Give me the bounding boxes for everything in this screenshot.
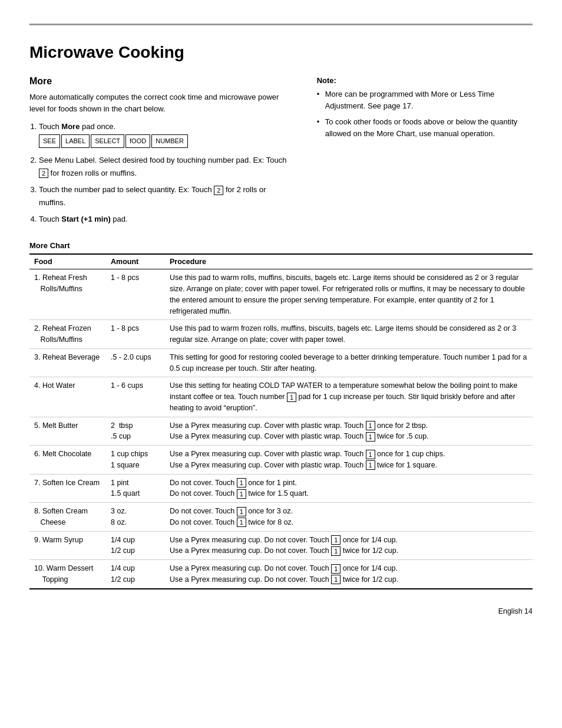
col-food: Food bbox=[29, 254, 106, 269]
note-heading: Note: bbox=[317, 76, 533, 85]
steps-list: Touch More pad once. SEE LABEL SELECT fO… bbox=[39, 120, 293, 226]
table-row: 6. Melt Chocolate 1 cup chips1 square Us… bbox=[29, 446, 533, 475]
badge-2b: 2 bbox=[214, 186, 223, 195]
pad-see: SEE bbox=[39, 134, 60, 148]
pad-food: fOOD bbox=[125, 134, 150, 148]
badge-9a: 1 bbox=[331, 535, 340, 545]
note-item-1: More can be programmed with More or Less… bbox=[317, 88, 533, 111]
procedure-6: Use a Pyrex measuring cup. Cover with pl… bbox=[165, 446, 533, 475]
table-row: 8. Soften Cream Cheese 3 oz.8 oz. Do not… bbox=[29, 503, 533, 532]
amount-3: .5 - 2.0 cups bbox=[106, 348, 165, 377]
badge-hw: 1 bbox=[287, 393, 296, 402]
badge-10b: 1 bbox=[331, 575, 340, 584]
pad-buttons: SEE LABEL SELECT fOOD NUMBER bbox=[39, 134, 188, 148]
pad-select: SELECT bbox=[91, 134, 124, 148]
amount-9: 1/4 cup1/2 cup bbox=[106, 531, 165, 560]
badge-9b: 1 bbox=[331, 546, 340, 556]
col-procedure: Procedure bbox=[165, 254, 533, 269]
procedure-5: Use a Pyrex measuring cup. Cover with pl… bbox=[165, 417, 533, 446]
step-2: See Menu Label. Select desired food by t… bbox=[39, 154, 293, 180]
amount-7: 1 pint1.5 quart bbox=[106, 474, 165, 503]
food-7: 7. Soften Ice Cream bbox=[29, 474, 106, 503]
food-4: 4. Hot Water bbox=[29, 377, 106, 417]
col-amount: Amount bbox=[106, 254, 165, 269]
left-column: More More automatically computes the cor… bbox=[29, 76, 293, 229]
procedure-1: Use this pad to warm rolls, muffins, bis… bbox=[165, 269, 533, 320]
procedure-10: Use a Pyrex measuring cup. Do not cover.… bbox=[165, 560, 533, 589]
table-row: 5. Melt Butter 2 tbsp.5 cup Use a Pyrex … bbox=[29, 417, 533, 446]
procedure-3: This setting for good for restoring cool… bbox=[165, 348, 533, 377]
food-9: 9. Warm Syrup bbox=[29, 531, 106, 560]
more-intro: More automatically computes the correct … bbox=[29, 91, 293, 114]
amount-2: 1 - 8 pcs bbox=[106, 320, 165, 349]
page-footer: English 14 bbox=[29, 607, 533, 615]
procedure-7: Do not cover. Touch 1 once for 1 pint. D… bbox=[165, 474, 533, 503]
step-4: Touch Start (+1 min) pad. bbox=[39, 213, 293, 226]
amount-6: 1 cup chips1 square bbox=[106, 446, 165, 475]
step4-bold: Start (+1 min) bbox=[61, 215, 110, 223]
step1-bold: More bbox=[61, 122, 80, 131]
amount-8: 3 oz.8 oz. bbox=[106, 503, 165, 532]
procedure-4: Use this setting for heating COLD TAP WA… bbox=[165, 377, 533, 417]
food-3: 3. Reheat Beverage bbox=[29, 348, 106, 377]
badge-8b: 1 bbox=[237, 518, 246, 527]
procedure-8: Do not cover. Touch 1 once for 3 oz. Do … bbox=[165, 503, 533, 532]
more-heading: More bbox=[29, 76, 293, 87]
table-header-row: Food Amount Procedure bbox=[29, 254, 533, 269]
pad-number: NUMBER bbox=[151, 134, 188, 148]
badge-5b: 1 bbox=[366, 432, 375, 442]
table-row: 3. Reheat Beverage .5 - 2.0 cups This se… bbox=[29, 348, 533, 377]
badge-2a: 2 bbox=[39, 169, 48, 178]
badge-6a: 1 bbox=[366, 450, 375, 459]
note-item-2: To cook other foods or foods above or be… bbox=[317, 116, 533, 139]
amount-4: 1 - 6 cups bbox=[106, 377, 165, 417]
table-row: 2. Reheat Frozen Rolls/Muffins 1 - 8 pcs… bbox=[29, 320, 533, 349]
badge-10a: 1 bbox=[331, 564, 340, 574]
right-column: Note: More can be programmed with More o… bbox=[317, 76, 533, 229]
amount-5: 2 tbsp.5 cup bbox=[106, 417, 165, 446]
table-row: 7. Soften Ice Cream 1 pint1.5 quart Do n… bbox=[29, 474, 533, 503]
chart-title: More Chart bbox=[29, 241, 533, 250]
footer-text: English 14 bbox=[498, 607, 533, 615]
food-5: 5. Melt Butter bbox=[29, 417, 106, 446]
amount-1: 1 - 8 pcs bbox=[106, 269, 165, 320]
food-1: 1. Reheat Fresh Rolls/Muffins bbox=[29, 269, 106, 320]
pad-label: LABEL bbox=[61, 134, 90, 148]
procedure-9: Use a Pyrex measuring cup. Do not cover.… bbox=[165, 531, 533, 560]
step-1: Touch More pad once. SEE LABEL SELECT fO… bbox=[39, 120, 293, 150]
food-8: 8. Soften Cream Cheese bbox=[29, 503, 106, 532]
badge-7b: 1 bbox=[237, 489, 246, 499]
badge-5a: 1 bbox=[366, 421, 375, 430]
badge-7a: 1 bbox=[237, 478, 246, 487]
food-10: 10. Warm Dessert Topping bbox=[29, 560, 106, 589]
badge-8a: 1 bbox=[237, 507, 246, 516]
page-title: Microwave Cooking bbox=[29, 43, 533, 62]
table-row: 4. Hot Water 1 - 6 cups Use this setting… bbox=[29, 377, 533, 417]
table-row: 9. Warm Syrup 1/4 cup1/2 cup Use a Pyrex… bbox=[29, 531, 533, 560]
procedure-2: Use this pad to warm frozen rolls, muffi… bbox=[165, 320, 533, 349]
top-bar bbox=[29, 24, 533, 25]
food-2: 2. Reheat Frozen Rolls/Muffins bbox=[29, 320, 106, 349]
note-list: More can be programmed with More or Less… bbox=[317, 88, 533, 139]
step-3: Touch the number pad to select quantity.… bbox=[39, 183, 293, 209]
more-chart: Food Amount Procedure 1. Reheat Fresh Ro… bbox=[29, 253, 533, 589]
food-6: 6. Melt Chocolate bbox=[29, 446, 106, 475]
badge-6b: 1 bbox=[366, 460, 375, 470]
table-row: 1. Reheat Fresh Rolls/Muffins 1 - 8 pcs … bbox=[29, 269, 533, 320]
amount-10: 1/4 cup1/2 cup bbox=[106, 560, 165, 589]
table-row: 10. Warm Dessert Topping 1/4 cup1/2 cup … bbox=[29, 560, 533, 589]
